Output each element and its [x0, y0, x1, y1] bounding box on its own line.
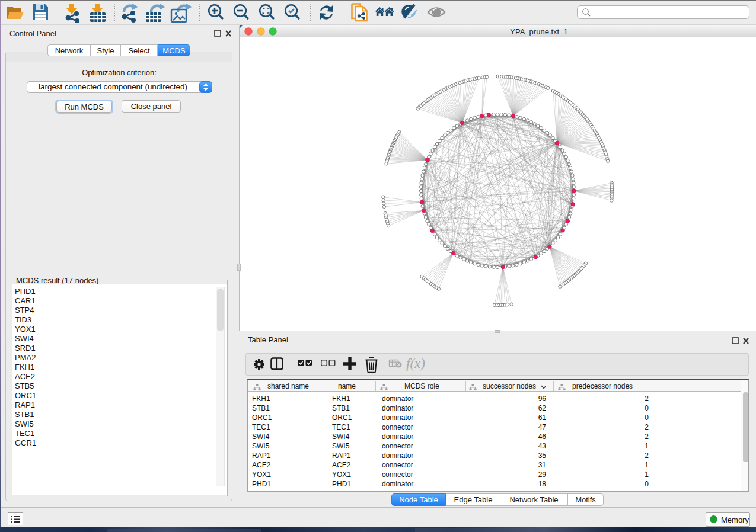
svg-text:f(x): f(x): [406, 356, 425, 371]
